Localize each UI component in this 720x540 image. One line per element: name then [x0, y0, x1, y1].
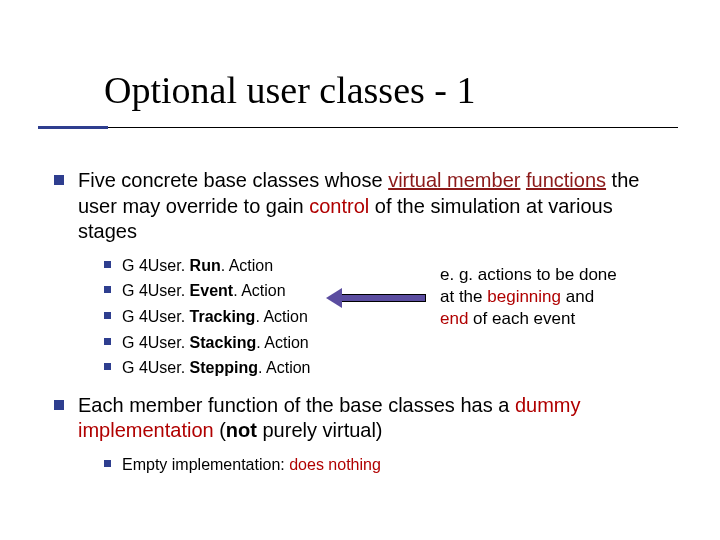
- text: Five concrete base classes whose: [78, 169, 388, 191]
- text-virtual-member: virtual member: [388, 169, 520, 191]
- text: G 4User.: [122, 282, 190, 299]
- text: G 4User.: [122, 334, 190, 351]
- title-underline: [38, 126, 678, 129]
- text: G 4User.: [122, 257, 190, 274]
- text-beginning: beginning: [487, 287, 561, 306]
- text-control: control: [309, 195, 369, 217]
- text: G 4User.: [122, 308, 190, 325]
- list-item: Empty implementation: does nothing: [102, 454, 670, 476]
- class-tracking: Tracking: [190, 308, 256, 325]
- arrow-head: [326, 288, 342, 308]
- text: G 4User.: [122, 359, 190, 376]
- underline-accent: [38, 126, 108, 129]
- text: Each member function of the base classes…: [78, 394, 515, 416]
- text: Empty implementation:: [122, 456, 289, 473]
- text: e. g. actions to be done: [440, 265, 617, 284]
- text: . Action: [221, 257, 273, 274]
- text-does-nothing: does nothing: [289, 456, 381, 473]
- class-run: Run: [190, 257, 221, 274]
- class-event: Event: [190, 282, 234, 299]
- class-stacking: Stacking: [190, 334, 257, 351]
- text-end: end: [440, 309, 468, 328]
- sub-list-2: Empty implementation: does nothing: [102, 454, 670, 476]
- text: . Action: [256, 334, 308, 351]
- arrow-left-icon: [326, 288, 426, 308]
- annotation: e. g. actions to be done at the beginnin…: [440, 264, 670, 330]
- slide-title: Optional user classes - 1: [38, 70, 678, 120]
- text-not: not: [226, 419, 257, 441]
- text: . Action: [255, 308, 307, 325]
- class-stepping: Stepping: [190, 359, 258, 376]
- text: . Action: [233, 282, 285, 299]
- title-block: Optional user classes - 1: [38, 70, 678, 129]
- slide: Optional user classes - 1 Five concrete …: [0, 0, 720, 540]
- list-item: G 4User. Stacking. Action: [102, 332, 670, 354]
- bullet-2: Each member function of the base classes…: [50, 393, 670, 476]
- text: and: [561, 287, 594, 306]
- text: at the: [440, 287, 487, 306]
- arrow-shaft: [340, 294, 426, 302]
- text: purely virtual): [257, 419, 383, 441]
- underline-rule: [108, 127, 678, 128]
- text: (: [214, 419, 226, 441]
- text: of each event: [468, 309, 575, 328]
- text-functions: functions: [526, 169, 606, 191]
- list-item: G 4User. Stepping. Action: [102, 357, 670, 379]
- text: . Action: [258, 359, 310, 376]
